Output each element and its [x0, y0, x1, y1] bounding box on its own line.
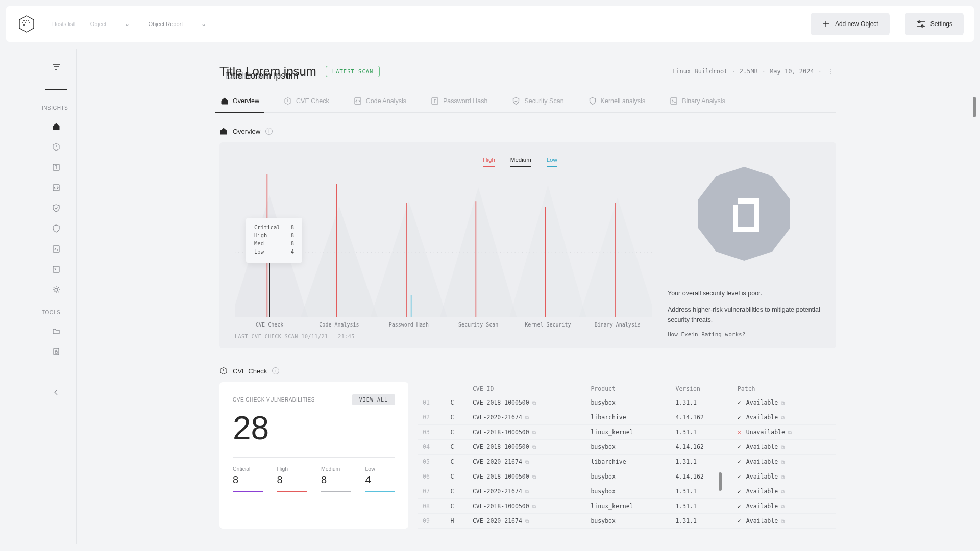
external-link-icon[interactable]: ⧉ — [525, 489, 529, 494]
tt-v: 8 — [291, 240, 294, 246]
external-link-icon[interactable]: ⧉ — [532, 430, 536, 435]
row-patch: Unavailable⧉ — [732, 425, 836, 440]
table-row[interactable]: 06 C CVE-2018-1000500⧉ busybox 4.14.162 … — [418, 469, 836, 484]
breadcrumb-dashboard[interactable]: Dashboard Hosts list — [52, 21, 75, 27]
sidebar-item-gear[interactable] — [46, 282, 66, 297]
svg-marker-25 — [371, 202, 447, 317]
shield-icon — [589, 97, 597, 105]
page-title: Title Lorem ipsum — [219, 64, 316, 79]
add-object-button[interactable]: Add new Object — [811, 13, 890, 35]
page-scrollbar[interactable] — [973, 97, 976, 117]
severity-value: 4 — [365, 474, 396, 486]
external-link-icon[interactable]: ⧉ — [788, 430, 792, 435]
filter-icon[interactable] — [46, 59, 66, 74]
external-link-icon[interactable]: ⧉ — [781, 518, 785, 524]
table-row[interactable]: 05 C CVE-2020-21674⧉ libarchive 1.31.1 A… — [418, 455, 836, 469]
view-all-button[interactable]: VIEW ALL — [352, 394, 395, 405]
row-version: 1.31.1 — [670, 514, 732, 529]
external-link-icon[interactable]: ⧉ — [781, 489, 785, 494]
external-link-icon[interactable]: ⧉ — [532, 474, 536, 480]
sidebar-item-overview[interactable] — [46, 119, 66, 134]
rating-decagon-icon — [693, 163, 795, 265]
breadcrumb-current[interactable]: Title Lorem ipsum Object Report — [148, 21, 183, 27]
external-link-icon[interactable]: ⧉ — [781, 400, 785, 406]
sidebar-item-code[interactable] — [46, 180, 66, 195]
svg-marker-0 — [19, 16, 34, 32]
sidebar-item-lockfile[interactable] — [46, 344, 66, 359]
tab-binary-analysis[interactable]: Binary Analysis — [669, 92, 726, 112]
table-row[interactable]: 04 C CVE-2018-1000500⧉ busybox 4.14.162 … — [418, 440, 836, 455]
severity-low: Low 4 — [365, 466, 396, 492]
external-link-icon[interactable]: ⧉ — [781, 504, 785, 509]
table-scrollbar[interactable] — [719, 472, 722, 491]
tab-code-analysis[interactable]: Code Analysis — [353, 92, 407, 112]
table-row[interactable]: 02 C CVE-2020-21674⧉ libarchive 4.14.162… — [418, 410, 836, 425]
tab-kernel-analysis[interactable]: Kernell analysis — [587, 92, 647, 112]
tab-security-scan[interactable]: Security Scan — [511, 92, 565, 112]
table-row[interactable]: 03 C CVE-2018-1000500⧉ linux_kernel 1.31… — [418, 425, 836, 440]
sidebar-item-security[interactable] — [46, 201, 66, 216]
table-row[interactable]: 07 C CVE-2020-21674⧉ busybox 1.31.1 Avai… — [418, 484, 836, 499]
chevron-down-icon[interactable]: ⌄ — [198, 20, 209, 28]
tt-k: Critical — [254, 224, 280, 230]
external-link-icon[interactable]: ⧉ — [525, 518, 529, 524]
main-content: Title Lorem ipsum LATEST SCAN Linux Buil… — [82, 49, 974, 551]
tab-overview[interactable]: Overview — [219, 92, 260, 112]
legend-low: Low — [547, 157, 557, 167]
text-box-icon — [431, 97, 439, 105]
summary-title: CVE CHECK VULNERABILITIES — [233, 397, 315, 403]
shield-check-icon — [512, 97, 520, 105]
external-link-icon[interactable]: ⧉ — [781, 459, 785, 465]
sidebar-item-binary[interactable] — [46, 241, 66, 257]
svg-marker-27 — [510, 185, 586, 317]
sidebar-item-password[interactable] — [46, 160, 66, 175]
more-menu-icon[interactable]: ⋮ — [826, 68, 836, 75]
sidebar-item-binary2[interactable] — [46, 262, 66, 277]
external-link-icon[interactable]: ⧉ — [532, 504, 536, 509]
overview-card: High Medium Low CVE CheckCode AnalysisPa… — [219, 142, 836, 348]
sidebar-section-insights: INSIGHTS — [36, 98, 68, 114]
row-index: 05 — [418, 455, 446, 469]
rating-info-link[interactable]: How Exein Rating works? — [668, 331, 745, 339]
row-product: libarchive — [585, 410, 670, 425]
svg-point-6 — [29, 22, 30, 23]
sidebar: INSIGHTS TOOLS — [36, 49, 77, 544]
row-cveid: CVE-2020-21674⧉ — [468, 410, 586, 425]
tab-password-hash[interactable]: Password Hash — [430, 92, 489, 112]
external-link-icon[interactable]: ⧉ — [781, 444, 785, 450]
tab-cve-check[interactable]: CVE Check — [283, 92, 330, 112]
chart-legend: High Medium Low — [388, 157, 652, 167]
plus-icon — [822, 20, 830, 28]
chevron-down-icon[interactable]: ⌄ — [121, 20, 133, 28]
row-patch: Available⧉ — [732, 469, 836, 484]
app-logo[interactable] — [16, 14, 37, 34]
severity-label: Criticial — [233, 466, 263, 472]
svg-rect-39 — [731, 198, 738, 205]
sidebar-item-folder[interactable] — [46, 323, 66, 339]
table-row[interactable]: 09 H CVE-2020-21674⧉ busybox 1.31.1 Avai… — [418, 514, 836, 529]
info-icon[interactable]: i — [272, 367, 279, 374]
external-link-icon[interactable]: ⧉ — [525, 415, 529, 420]
info-icon[interactable]: i — [265, 128, 273, 135]
table-row[interactable]: 08 C CVE-2018-1000500⧉ linux_kernel 1.31… — [418, 499, 836, 514]
svg-rect-14 — [53, 266, 59, 272]
row-index: 07 — [418, 484, 446, 499]
sidebar-section-tools: TOOLS — [36, 303, 60, 318]
collapse-sidebar-button[interactable] — [46, 385, 66, 400]
tt-v: 4 — [291, 248, 294, 255]
sidebar-item-kernel[interactable] — [46, 221, 66, 236]
row-index: 04 — [418, 440, 446, 455]
external-link-icon[interactable]: ⧉ — [781, 415, 785, 420]
external-link-icon[interactable]: ⧉ — [781, 474, 785, 480]
row-version: 4.14.162 — [670, 440, 732, 455]
tabs: Overview CVE Check Code Analysis Passwor… — [219, 92, 836, 113]
breadcrumb-object[interactable]: Lorem Object — [90, 21, 107, 27]
settings-button[interactable]: Settings — [905, 13, 964, 35]
external-link-icon[interactable]: ⧉ — [532, 444, 536, 450]
alert-hex-icon — [284, 97, 292, 105]
severity-label: Low — [365, 466, 396, 472]
external-link-icon[interactable]: ⧉ — [525, 459, 529, 465]
sidebar-item-cve[interactable] — [46, 139, 66, 155]
external-link-icon[interactable]: ⧉ — [532, 400, 536, 406]
table-row[interactable]: 01 C CVE-2018-1000500⧉ busybox 1.31.1 Av… — [418, 395, 836, 410]
